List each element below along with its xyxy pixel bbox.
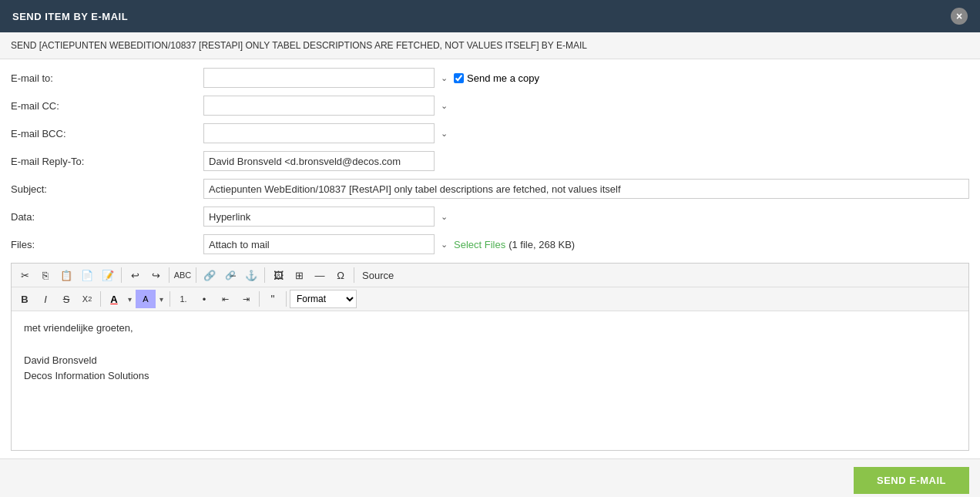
- bg-color-button[interactable]: A: [136, 290, 156, 308]
- email-cc-field: ⌄: [203, 96, 969, 116]
- data-field: ⌄: [203, 207, 969, 227]
- text-color-button[interactable]: A: [104, 290, 124, 308]
- toolbar-sep4: [264, 267, 265, 283]
- email-cc-input[interactable]: [203, 96, 435, 116]
- form-section: E-mail to: ⌄ Send me a copy E-mail CC: ⌄: [0, 59, 980, 263]
- send-email-button[interactable]: SEND E-MAIL: [854, 467, 969, 494]
- italic-button[interactable]: I: [35, 290, 55, 308]
- email-to-label: E-mail to:: [11, 72, 203, 84]
- email-bcc-label: E-mail BCC:: [11, 128, 203, 139]
- paste-button[interactable]: 📋: [56, 266, 76, 284]
- send-copy-label: Send me a copy: [454, 72, 539, 84]
- item-title: SEND [ACTIEPUNTEN WEBEDITION/10837 [REST…: [0, 32, 980, 59]
- toolbar-sep5: [354, 267, 354, 283]
- subscript-button[interactable]: X2: [77, 290, 97, 308]
- special-char-button[interactable]: Ω: [331, 266, 351, 284]
- email-to-input[interactable]: [203, 68, 435, 88]
- blockquote-button[interactable]: ": [263, 290, 283, 308]
- redo-button[interactable]: ↪: [146, 266, 166, 284]
- dialog-footer: SEND E-MAIL: [0, 458, 980, 497]
- text-color-dropdown[interactable]: ▾: [125, 294, 135, 305]
- send-email-dialog: SEND ITEM BY E-MAIL × SEND [ACTIEPUNTEN …: [0, 0, 980, 497]
- unordered-list-button[interactable]: •: [194, 290, 214, 308]
- image-button[interactable]: 🖼: [268, 266, 288, 284]
- rich-text-editor: ✂ ⎘ 📋 📄 📝 ↩ ↪ ABC 🔗 🔗̶ ⚓ 🖼 ⊞ — Ω: [11, 263, 969, 451]
- toolbar-sep9: [286, 291, 287, 307]
- email-to-field: ⌄ Send me a copy: [203, 68, 969, 88]
- editor-line1: met vriendelijke groeten,: [24, 321, 956, 337]
- email-bcc-input[interactable]: [203, 123, 435, 143]
- files-label: Files:: [11, 239, 203, 250]
- toolbar-sep8: [259, 291, 260, 307]
- email-bcc-row: E-mail BCC: ⌄: [11, 123, 969, 144]
- decrease-indent-button[interactable]: ⇤: [215, 290, 235, 308]
- toolbar-sep7: [169, 291, 170, 307]
- email-cc-row: E-mail CC: ⌄: [11, 95, 969, 116]
- strike-button[interactable]: S: [56, 290, 76, 308]
- spellcheck-button[interactable]: ABC: [173, 266, 193, 284]
- email-cc-label: E-mail CC:: [11, 100, 203, 112]
- select-files-link[interactable]: Select Files: [454, 239, 505, 250]
- unlink-button[interactable]: 🔗̶: [220, 266, 240, 284]
- email-bcc-field: ⌄: [203, 123, 969, 143]
- files-info: (1 file, 268 KB): [508, 239, 575, 250]
- close-button[interactable]: ×: [951, 8, 968, 25]
- format-select[interactable]: Format Paragraph Heading 1 Heading 2 Hea…: [290, 290, 357, 308]
- table-button[interactable]: ⊞: [289, 266, 309, 284]
- email-to-row: E-mail to: ⌄ Send me a copy: [11, 67, 969, 89]
- editor-line2: [24, 337, 956, 353]
- files-input[interactable]: [203, 234, 435, 254]
- data-label: Data:: [11, 211, 203, 223]
- copy-button[interactable]: ⎘: [35, 266, 55, 284]
- subject-row: Subject:: [11, 178, 969, 200]
- paste-text-button[interactable]: 📄: [77, 266, 97, 284]
- anchor-button[interactable]: ⚓: [241, 266, 261, 284]
- editor-content[interactable]: met vriendelijke groeten, David Bronsvel…: [12, 311, 968, 450]
- data-dropdown[interactable]: ⌄: [438, 210, 451, 223]
- increase-indent-button[interactable]: ⇥: [236, 290, 256, 308]
- reply-to-label: E-mail Reply-To:: [11, 156, 203, 167]
- toolbar-sep3: [196, 267, 196, 283]
- reply-to-input[interactable]: [203, 151, 435, 171]
- dialog-title: SEND ITEM BY E-MAIL: [12, 11, 128, 22]
- bg-color-dropdown[interactable]: ▾: [156, 294, 166, 305]
- link-button[interactable]: 🔗: [200, 266, 220, 284]
- data-input[interactable]: [203, 207, 435, 227]
- hr-button[interactable]: —: [310, 266, 330, 284]
- ordered-list-button[interactable]: 1.: [173, 290, 193, 308]
- editor-line4: Decos Information Solutions: [24, 368, 956, 385]
- dialog-header: SEND ITEM BY E-MAIL ×: [0, 0, 980, 32]
- source-button[interactable]: Source: [357, 266, 398, 284]
- data-row: Data: ⌄: [11, 206, 969, 227]
- undo-button[interactable]: ↩: [125, 266, 145, 284]
- dialog-body: SEND [ACTIEPUNTEN WEBEDITION/10837 [REST…: [0, 32, 980, 458]
- bold-button[interactable]: B: [15, 290, 35, 308]
- email-cc-dropdown[interactable]: ⌄: [438, 99, 451, 112]
- files-dropdown[interactable]: ⌄: [438, 238, 451, 251]
- subject-field: [203, 179, 969, 199]
- email-bcc-dropdown[interactable]: ⌄: [438, 127, 451, 140]
- toolbar-sep2: [169, 267, 169, 283]
- toolbar-sep6: [100, 291, 101, 307]
- subject-input[interactable]: [203, 179, 969, 199]
- cut-button[interactable]: ✂: [15, 266, 35, 284]
- editor-line3: David Bronsveld: [24, 353, 956, 369]
- toolbar-sep1: [121, 267, 122, 283]
- email-to-dropdown[interactable]: ⌄: [438, 72, 451, 85]
- paste-from-word-button[interactable]: 📝: [98, 266, 118, 284]
- files-row: Files: ⌄ Select Files (1 file, 268 KB): [11, 233, 969, 255]
- toolbar-row1: ✂ ⎘ 📋 📄 📝 ↩ ↪ ABC 🔗 🔗̶ ⚓ 🖼 ⊞ — Ω: [12, 264, 968, 287]
- subject-label: Subject:: [11, 183, 203, 195]
- send-copy-checkbox[interactable]: [454, 73, 464, 83]
- toolbar-row2: B I S X2 A ▾ A ▾ 1. • ⇤ ⇥ " Format Para: [12, 287, 968, 311]
- reply-to-row: E-mail Reply-To:: [11, 150, 969, 172]
- files-field: ⌄ Select Files (1 file, 268 KB): [203, 234, 969, 254]
- reply-to-field: [203, 151, 969, 171]
